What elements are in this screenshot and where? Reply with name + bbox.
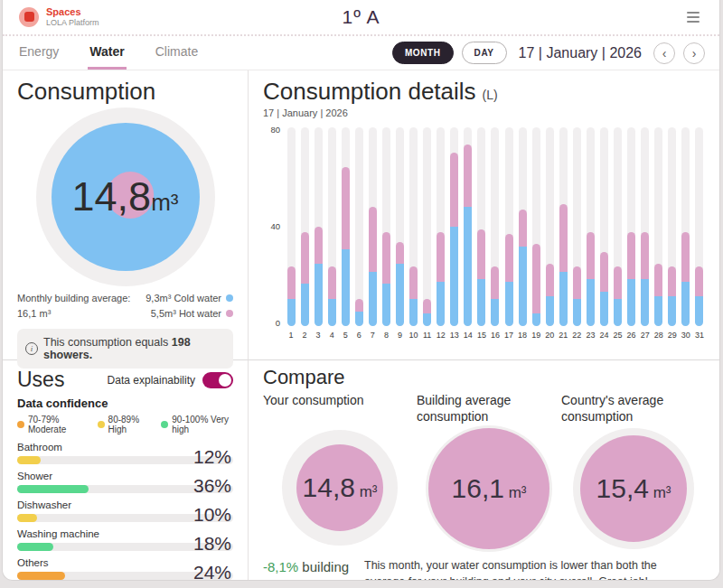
x-tick-label: 6	[357, 331, 362, 340]
hot-water-segment	[573, 266, 581, 299]
hot-water-segment	[355, 299, 363, 312]
cold-water-segment	[654, 296, 662, 326]
data-explainability-toggle[interactable]	[202, 372, 233, 388]
bar-day-14: 14	[464, 127, 473, 340]
bar-stack	[614, 266, 622, 326]
cold-water-segment	[614, 299, 622, 326]
bar-track	[355, 127, 363, 326]
delta-line: -3,9% city	[263, 576, 364, 581]
bar-track	[641, 127, 649, 326]
next-date-button[interactable]: ›	[683, 42, 705, 64]
compare-columns: Your consumption14,8 m³Building average …	[263, 393, 706, 553]
confidence-legend: 70-79% Moderate80-89% High90-100% Very h…	[17, 415, 233, 434]
hot-water-segment	[532, 244, 540, 313]
x-tick-label: 23	[586, 331, 595, 340]
x-tick-label: 22	[572, 331, 581, 340]
cold-water-segment	[546, 296, 554, 326]
bar-day-13: 13	[450, 127, 459, 340]
hot-water-segment	[695, 266, 703, 296]
confidence-title: Data confidence	[17, 397, 233, 410]
monthly-average: Monthly building average: 16,1 m³	[17, 291, 130, 321]
cold-water-segment	[477, 279, 485, 326]
hot-water-segment	[301, 232, 309, 285]
bar-day-30: 30	[681, 127, 690, 340]
cold-water-segment	[423, 313, 431, 326]
hot-water-segment	[505, 234, 513, 281]
bar-day-26: 26	[627, 127, 636, 340]
cold-water-segment	[559, 272, 568, 327]
bar-track	[409, 127, 418, 326]
compare-panel: Compare Your consumption14,8 m³Building …	[249, 360, 720, 581]
confidence-text: 80-89% High	[108, 415, 150, 434]
delta-label: building	[302, 559, 349, 574]
bar-day-9: 9	[396, 127, 405, 340]
use-row-dishwasher: Dishwasher10%	[17, 499, 233, 528]
bar-stack	[450, 153, 458, 327]
prev-date-button[interactable]: ‹	[653, 42, 675, 64]
compare-value-number: 14,8	[303, 472, 355, 502]
brand[interactable]: Spaces LOLA Platform	[19, 6, 99, 28]
hot-water-segment	[342, 167, 350, 249]
x-tick-label: 7	[371, 331, 375, 340]
compare-bubble: 14,8 m³	[296, 444, 383, 531]
hot-water-segment	[409, 266, 418, 299]
use-row-washing-machine: Washing machine18%	[17, 528, 233, 557]
tab-climate[interactable]: Climate	[154, 36, 200, 70]
x-tick-label: 16	[491, 331, 500, 340]
month-toggle-button[interactable]: MONTH	[392, 42, 454, 64]
hamburger-menu-icon[interactable]	[683, 8, 703, 26]
cold-water-segment	[328, 299, 336, 326]
bar-track	[519, 127, 527, 326]
bar-stack	[355, 299, 363, 326]
bar-day-5: 5	[341, 127, 350, 340]
bar-stack	[519, 210, 527, 326]
bar-track	[614, 127, 622, 326]
x-tick-label: 4	[330, 331, 334, 340]
bar-track	[505, 127, 513, 326]
cold-water-segment	[491, 299, 499, 326]
bar-track	[342, 127, 350, 326]
cold-water-segment	[450, 227, 458, 326]
bar-track	[315, 127, 323, 326]
compare-bubble-chart: 15,4 m³	[561, 425, 706, 553]
bar-stack	[301, 232, 309, 327]
cold-water-segment	[396, 264, 404, 326]
x-tick-label: 12	[437, 331, 446, 340]
x-tick-label: 19	[531, 331, 540, 340]
compare-label: Building average consumption	[417, 393, 561, 425]
hot-water-segment	[491, 266, 499, 299]
bar-stack	[423, 299, 431, 326]
compare-col-country-s-average-consumption: Country's average consumption15,4 m³	[561, 393, 706, 553]
bar-stack	[287, 266, 296, 326]
cold-water-segment	[681, 282, 690, 327]
tab-energy[interactable]: Energy	[17, 36, 61, 70]
cold-water-segment	[287, 299, 296, 326]
bar-track	[382, 127, 390, 326]
bar-track	[681, 127, 690, 326]
bar-day-2: 2	[300, 127, 309, 340]
cold-water-segment	[342, 249, 350, 326]
bar-day-17: 17	[504, 127, 513, 340]
bar-stack	[328, 266, 336, 326]
page-title: 1º A	[342, 6, 380, 28]
day-toggle-button[interactable]: DAY	[462, 42, 507, 64]
brand-name: Spaces	[46, 6, 99, 18]
spaces-logo-icon	[19, 7, 39, 27]
cold-water-segment	[409, 299, 418, 326]
bar-day-29: 29	[668, 127, 677, 340]
info-icon: i	[25, 342, 38, 355]
bar-stack	[681, 232, 690, 327]
compare-title: Compare	[263, 366, 706, 389]
top-header: Spaces LOLA Platform 1º A	[3, 0, 719, 36]
legend-item: 9,3m³ Cold water	[146, 291, 233, 306]
bar-stack	[369, 207, 377, 326]
hot-water-segment	[627, 232, 635, 279]
use-bar-fill	[17, 572, 65, 580]
cold-water-segment	[505, 282, 513, 327]
bar-day-23: 23	[586, 127, 595, 340]
tab-water[interactable]: Water	[88, 36, 126, 70]
legend-item: 5,5m³ Hot water	[146, 306, 233, 322]
bar-day-3: 3	[314, 127, 323, 340]
bar-chart-plot: 1234567891011121314151617181920212223242…	[286, 127, 706, 340]
compare-bubble: 15,4 m³	[580, 435, 687, 542]
